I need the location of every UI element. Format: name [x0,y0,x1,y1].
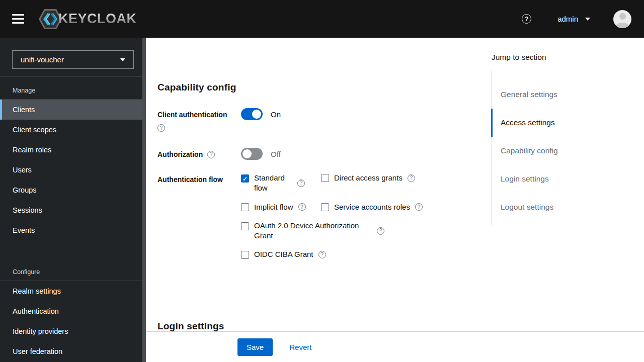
hamburger-menu-icon[interactable] [12,12,24,26]
oauth-device-grant-checkbox[interactable] [241,222,249,230]
nav-section-title-configure: Configure [0,258,146,281]
implicit-flow-option: Implicit flow ? [241,202,321,212]
user-name: admin [557,15,578,23]
standard-flow-checkbox[interactable] [241,174,249,183]
user-menu[interactable]: admin [557,15,590,23]
sidebar-item-events[interactable]: Events [0,220,146,240]
oidc-ciba-grant-label[interactable]: OIDC CIBA Grant [254,249,313,259]
masthead: KEYCLOAK ? admin [0,0,644,38]
sidebar-item-sessions[interactable]: Sessions [0,200,146,220]
jump-link-list: General settings Access settings Capabil… [492,70,635,225]
oidc-ciba-grant-checkbox[interactable] [241,251,249,259]
authorization-row: Authorization ? Off [157,148,482,160]
jump-link-capability-config[interactable]: Capability config [491,137,635,165]
authorization-toggle[interactable] [241,148,263,160]
sidebar-item-groups[interactable]: Groups [0,180,146,200]
nav-group-manage: Manage Clients Client scopes Realm roles… [0,77,146,240]
sidebar-item-realm-settings[interactable]: Realm settings [0,281,146,301]
realm-selector-value: unifi-voucher [21,55,64,64]
sidebar-item-authentication[interactable]: Authentication [0,301,146,321]
jump-to-section-panel: Jump to section General settings Access … [492,53,635,225]
implicit-flow-checkbox[interactable] [241,203,249,211]
help-icon[interactable]: ? [157,124,165,132]
standard-flow-label[interactable]: Standard flow [254,173,288,194]
brand-text: KEYCLOAK [58,11,137,27]
direct-access-grants-label[interactable]: Direct access grants [334,173,403,183]
realm-selector[interactable]: unifi-voucher [12,50,134,69]
service-accounts-roles-checkbox[interactable] [321,203,329,211]
nav-section-title-manage: Manage [0,77,146,100]
login-settings-section: Login settings [157,321,482,332]
capability-config-section: Capability config Client authentication … [157,82,482,347]
oidc-ciba-grant-option: OIDC CIBA Grant ? [241,249,326,259]
implicit-flow-label[interactable]: Implicit flow [254,202,293,212]
avatar-person-icon [619,13,626,20]
sidebar-scrollbar[interactable] [142,38,146,362]
chevron-down-icon [120,58,125,61]
sidebar-nav: unifi-voucher Manage Clients Client scop… [0,38,146,362]
help-icon[interactable]: ? [318,251,326,258]
jump-link-logout-settings[interactable]: Logout settings [491,193,635,221]
client-authentication-toggle[interactable] [241,108,263,120]
help-icon[interactable]: ? [408,174,415,182]
jump-link-general-settings[interactable]: General settings [491,80,635,109]
oauth-device-grant-option: OAuth 2.0 Device Authorization Grant ? [241,221,384,241]
main-panel: Capability config Client authentication … [146,38,644,362]
help-icon[interactable]: ? [377,227,384,235]
revert-button[interactable]: Revert [289,343,311,351]
help-icon[interactable]: ? [297,179,305,187]
service-accounts-roles-option: Service accounts roles ? [321,202,423,212]
jump-link-access-settings[interactable]: Access settings [491,109,635,137]
help-icon[interactable]: ? [207,151,215,158]
oauth-device-grant-label[interactable]: OAuth 2.0 Device Authorization Grant [254,221,370,241]
save-button[interactable]: Save [237,338,273,356]
help-icon[interactable]: ? [298,203,306,211]
nav-group-configure: Configure Realm settings Authentication … [0,258,146,361]
sidebar-item-users[interactable]: Users [0,160,146,180]
sidebar-item-realm-roles[interactable]: Realm roles [0,140,146,160]
help-icon[interactable]: ? [522,14,531,24]
sidebar-item-clients[interactable]: Clients [0,100,146,120]
standard-flow-option: Standard flow ? [241,173,321,194]
sidebar-item-client-scopes[interactable]: Client scopes [0,120,146,140]
sidebar-item-user-federation[interactable]: User federation [0,341,146,361]
login-settings-title: Login settings [157,321,482,332]
authorization-state: Off [271,150,281,158]
form-action-bar: Save Revert [146,331,644,362]
keycloak-logo: KEYCLOAK [38,8,137,30]
direct-access-grants-option: Direct access grants ? [321,173,415,183]
chevron-down-icon [585,18,590,21]
authentication-flow-row: Authentication flow Standard flow ? Dire… [157,173,482,268]
client-authentication-state: On [271,110,281,119]
authentication-flow-label: Authentication flow [157,173,241,184]
help-icon[interactable]: ? [415,203,423,211]
jump-to-section-title: Jump to section [492,53,635,62]
avatar[interactable] [613,10,631,28]
direct-access-grants-checkbox[interactable] [321,174,329,182]
client-authentication-label: Client authentication ? [157,108,241,132]
client-authentication-row: Client authentication ? On [157,108,482,132]
sidebar-item-identity-providers[interactable]: Identity providers [0,321,146,341]
capability-config-title: Capability config [157,82,482,93]
service-accounts-roles-label[interactable]: Service accounts roles [334,202,410,212]
jump-link-login-settings[interactable]: Login settings [491,165,635,193]
authorization-label: Authorization ? [157,148,241,159]
